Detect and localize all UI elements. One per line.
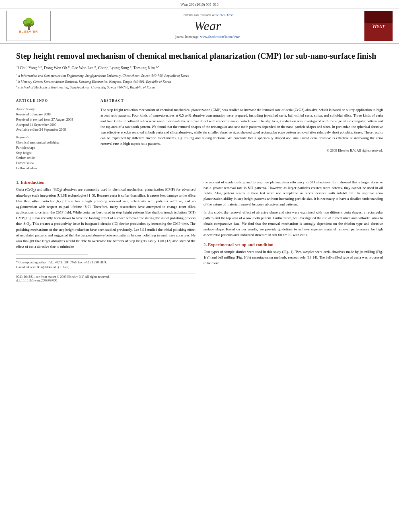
- experimental-paragraph-0: Four types of sample slurries were used …: [204, 249, 383, 266]
- journal-homepage: journal homepage: www.elsevier.com/locat…: [51, 35, 364, 39]
- elsevier-brand-text: ELSEVIER: [19, 30, 38, 33]
- journal-ref-header: Wear 268 (2010) 505–510: [0, 0, 399, 8]
- main-content: Step height removal mechanism of chemica…: [0, 44, 399, 289]
- elsevier-tree-icon: 🌳: [22, 18, 36, 30]
- email-note: E-mail address: tkim@skku.edu (T. Kim).: [16, 265, 195, 270]
- keywords-label: Keywords:: [16, 136, 93, 139]
- abstract-label: Abstract: [101, 99, 383, 104]
- corresponding-author-note: * Corresponding author. Tel.: +82 31 290…: [16, 260, 195, 265]
- journal-homepage-link[interactable]: www.elsevier.com/locate/wear: [200, 35, 240, 39]
- accepted-date: Accepted 14 September 2009: [16, 122, 93, 127]
- divider: [16, 255, 88, 255]
- revised-date: Received in revised form 27 August 2009: [16, 117, 93, 122]
- article-title: Step height removal mechanism of chemica…: [16, 51, 383, 61]
- article-info-abstract-section: Article Info Article history: Received 5…: [16, 96, 383, 174]
- keyword-3: Cerium oxide: [16, 155, 93, 160]
- body-right-column: the amount of oxide dishing and to impro…: [204, 180, 383, 282]
- abstract-column: Abstract The step height reduction mecha…: [101, 96, 383, 174]
- experimental-title: 2. Experimental set-up and condition: [204, 242, 383, 247]
- intro-paragraph-0: Ceria (CeO2) and silica (SiO2) abrasives…: [16, 187, 195, 250]
- elsevier-logo: 🌳 ELSEVIER: [6, 11, 51, 41]
- footer-ids: 0043-1648/$ – see front matter © 2009 El…: [16, 273, 195, 282]
- issn-line: 0043-1648/$ – see front matter © 2009 El…: [16, 275, 195, 279]
- keyword-5: Colloidal silica: [16, 166, 93, 171]
- footnotes: * Corresponding author. Tel.: +82 31 290…: [16, 258, 195, 270]
- copyright-text: © 2009 Elsevier B.V. All rights reserved…: [101, 148, 383, 152]
- abstract-text: The step height reduction mechanism of c…: [101, 107, 383, 147]
- journal-banner: 🌳 ELSEVIER Contents lists available at S…: [0, 8, 399, 44]
- article-history-group: Article history: Received 5 January 2009…: [16, 107, 93, 132]
- journal-center: Contents lists available at ScienceDirec…: [51, 11, 364, 41]
- authors-line: Ji Chul Yang a, b, Dong Won Oh b, Gae Wo…: [16, 65, 383, 70]
- science-direct-link[interactable]: ScienceDirect: [216, 13, 234, 17]
- article-info-column: Article Info Article history: Received 5…: [16, 96, 93, 174]
- intro-paragraph-2: In this study, the removal effect of abr…: [204, 210, 383, 238]
- body-left-column: 1. Introduction Ceria (CeO2) and silica …: [16, 180, 195, 282]
- body-section: 1. Introduction Ceria (CeO2) and silica …: [16, 180, 383, 282]
- journal-ref-text: Wear 268 (2010) 505–510: [181, 2, 219, 6]
- keyword-2: Step height: [16, 150, 93, 156]
- doi-line: doi:10.1016/j.wear.2009.09.008: [16, 279, 195, 282]
- history-label: Article history:: [16, 107, 93, 111]
- keywords-group: Keywords: Chemical mechanical polishing …: [16, 136, 93, 171]
- wear-cover-image: Wear: [364, 11, 393, 41]
- wear-cover-text: Wear: [372, 23, 385, 30]
- journal-title: Wear: [51, 18, 364, 33]
- online-date: Available online 24 September 2009: [16, 127, 93, 132]
- introduction-title: 1. Introduction: [16, 180, 195, 185]
- intro-paragraph-1: the amount of oxide dishing and to impro…: [204, 180, 383, 208]
- keyword-4: Fumed silica: [16, 160, 93, 166]
- science-direct-note: Contents lists available at ScienceDirec…: [51, 13, 364, 17]
- received-date: Received 5 January 2009: [16, 112, 93, 117]
- keyword-1: Particle shape: [16, 145, 93, 150]
- article-info-label: Article Info: [16, 99, 93, 104]
- affiliations: a a Information and Communication Engine…: [16, 72, 383, 90]
- keyword-0: Chemical mechanical polishing: [16, 140, 93, 145]
